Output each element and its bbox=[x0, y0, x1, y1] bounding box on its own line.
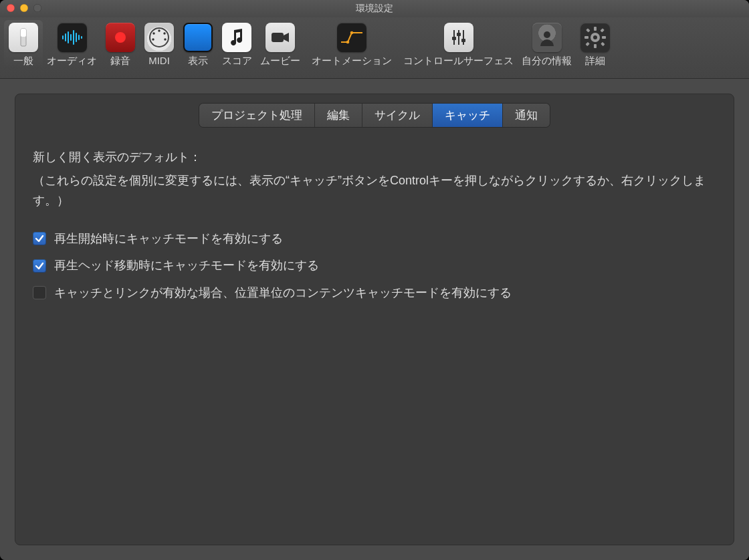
svg-point-13 bbox=[152, 32, 154, 34]
checkbox-row-content-catch: キャッチとリンクが有効な場合、位置単位のコンテンツキャッチモードを有効にする bbox=[33, 283, 716, 303]
checkbox-label: 再生ヘッド移動時にキャッチモードを有効にする bbox=[54, 255, 319, 276]
toolbar-item-automation[interactable]: オートメーション bbox=[304, 20, 399, 69]
svg-rect-23 bbox=[452, 37, 456, 40]
svg-point-36 bbox=[593, 35, 597, 39]
svg-rect-32 bbox=[586, 28, 590, 32]
close-window-button[interactable] bbox=[7, 4, 15, 12]
svg-rect-1 bbox=[21, 29, 26, 37]
toolbar-item-my-info[interactable]: 自分の情報 bbox=[518, 20, 576, 69]
tab-edit[interactable]: 編集 bbox=[315, 104, 362, 127]
camera-icon bbox=[265, 23, 295, 52]
monitor-icon bbox=[183, 23, 213, 52]
toolbar-item-label: 詳細 bbox=[585, 55, 605, 67]
svg-point-18 bbox=[346, 41, 350, 44]
titlebar: 環境設定 bbox=[0, 0, 749, 17]
panel-wrap: プロジェクト処理 編集 サイクル キャッチ 通知 新しく開く表示のデフォルト： … bbox=[0, 79, 749, 560]
general-panel: プロジェクト処理 編集 サイクル キャッチ 通知 新しく開く表示のデフォルト： … bbox=[15, 94, 734, 545]
faders-icon bbox=[444, 23, 473, 52]
checkbox-row-on-play-start: 再生開始時にキャッチモードを有効にする bbox=[33, 229, 716, 249]
toolbar-item-display[interactable]: 表示 bbox=[179, 20, 217, 69]
svg-rect-24 bbox=[457, 33, 461, 36]
preferences-window: 環境設定 一般 bbox=[0, 0, 749, 560]
toolbar-item-label: 一般 bbox=[13, 55, 33, 67]
svg-rect-31 bbox=[602, 36, 606, 39]
toolbar-item-advanced[interactable]: 詳細 bbox=[576, 20, 615, 69]
midi-port-icon bbox=[144, 23, 174, 52]
music-note-icon bbox=[222, 23, 251, 52]
zoom-window-button[interactable] bbox=[33, 4, 41, 12]
svg-point-19 bbox=[350, 31, 354, 35]
svg-rect-29 bbox=[594, 44, 597, 48]
tab-cycle[interactable]: サイクル bbox=[362, 104, 433, 127]
toolbar-item-score[interactable]: スコア bbox=[217, 20, 256, 69]
checkbox-label: 再生開始時にキャッチモードを有効にする bbox=[54, 229, 283, 249]
svg-point-10 bbox=[115, 32, 126, 43]
catch-settings-content: 新しく開く表示のデフォルト： （これらの設定を個別に変更するには、表示の“キャッ… bbox=[15, 127, 734, 323]
checkbox-label: キャッチとリンクが有効な場合、位置単位のコンテンツキャッチモードを有効にする bbox=[54, 283, 512, 303]
svg-rect-30 bbox=[584, 36, 588, 39]
toolbar-item-label: 録音 bbox=[110, 55, 130, 67]
toolbar-item-label: 自分の情報 bbox=[522, 55, 572, 67]
svg-point-26 bbox=[544, 31, 550, 38]
checkbox-on-play-start[interactable] bbox=[33, 232, 46, 245]
preferences-toolbar: 一般 オーディオ bbox=[0, 17, 749, 79]
svg-point-16 bbox=[164, 38, 166, 40]
toolbar-item-label: ムービー bbox=[260, 55, 300, 67]
toolbar-item-midi[interactable]: MIDI bbox=[140, 20, 179, 67]
minimize-window-button[interactable] bbox=[20, 4, 28, 12]
checkbox-on-playhead-move[interactable] bbox=[33, 259, 46, 273]
checkbox-content-catch[interactable] bbox=[33, 286, 46, 299]
person-icon bbox=[532, 23, 562, 52]
sub-text: （これらの設定を個別に変更するには、表示の“キャッチ”ボタンをControlキー… bbox=[33, 170, 716, 211]
toolbar-item-audio[interactable]: オーディオ bbox=[43, 20, 101, 69]
svg-rect-35 bbox=[585, 42, 589, 46]
svg-point-15 bbox=[152, 38, 154, 40]
tab-notify[interactable]: 通知 bbox=[503, 104, 550, 127]
toolbar-item-label: 表示 bbox=[188, 55, 208, 67]
switch-icon bbox=[9, 23, 38, 52]
automation-line-icon bbox=[337, 23, 366, 52]
svg-point-14 bbox=[163, 32, 165, 34]
svg-rect-17 bbox=[272, 33, 284, 42]
lead-text: 新しく開く表示のデフォルト： bbox=[33, 147, 716, 168]
waveform-icon bbox=[58, 23, 87, 52]
toolbar-item-label: オーディオ bbox=[47, 55, 97, 67]
svg-point-12 bbox=[158, 29, 160, 31]
toolbar-item-label: MIDI bbox=[148, 55, 170, 66]
traffic-lights bbox=[7, 4, 41, 12]
window-title: 環境設定 bbox=[356, 3, 393, 15]
svg-rect-34 bbox=[600, 28, 604, 32]
general-subtabs: プロジェクト処理 編集 サイクル キャッチ 通知 bbox=[199, 104, 550, 127]
svg-rect-25 bbox=[461, 39, 465, 42]
toolbar-item-movie[interactable]: ムービー bbox=[256, 20, 304, 69]
toolbar-item-general[interactable]: 一般 bbox=[4, 20, 43, 69]
svg-rect-33 bbox=[601, 42, 605, 46]
toolbar-item-control-surfaces[interactable]: コントロールサーフェス bbox=[399, 20, 518, 69]
toolbar-item-record[interactable]: 録音 bbox=[101, 20, 140, 69]
toolbar-item-label: スコア bbox=[222, 55, 252, 67]
gear-icon bbox=[580, 23, 610, 52]
toolbar-item-label: オートメーション bbox=[312, 55, 392, 67]
record-icon bbox=[106, 23, 135, 52]
checkbox-row-on-playhead-move: 再生ヘッド移動時にキャッチモードを有効にする bbox=[33, 255, 716, 276]
tab-project[interactable]: プロジェクト処理 bbox=[199, 104, 315, 127]
tab-catch[interactable]: キャッチ bbox=[433, 104, 503, 127]
svg-rect-28 bbox=[594, 27, 597, 31]
toolbar-item-label: コントロールサーフェス bbox=[403, 55, 514, 67]
